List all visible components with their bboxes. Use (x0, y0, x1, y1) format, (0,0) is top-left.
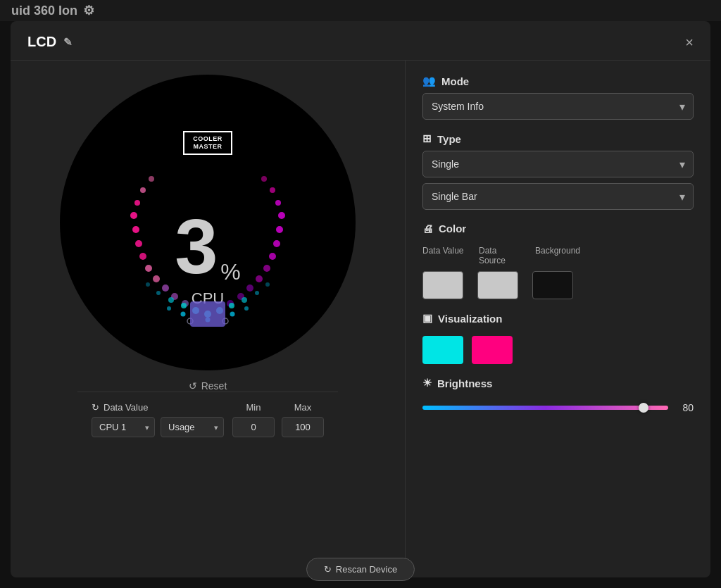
type-dropdown-wrapper[interactable]: Single Dual Triple (422, 151, 694, 177)
close-button[interactable]: × (685, 35, 694, 49)
min-label: Min (232, 402, 275, 413)
brightness-slider-wrap[interactable] (422, 406, 668, 410)
lcd-circle: COOLER MASTER 3 % CPU (60, 75, 356, 370)
svg-point-27 (229, 303, 234, 308)
svg-point-14 (273, 240, 280, 247)
type-sub-dropdown-wrapper[interactable]: Single Bar Dual Bar (422, 183, 694, 210)
cpu-value: 3 (175, 208, 218, 285)
svg-point-34 (265, 282, 270, 287)
left-panel: COOLER MASTER 3 % CPU ↺ Reset (11, 61, 405, 577)
svg-point-6 (162, 284, 169, 292)
logo-line2: MASTER (189, 143, 227, 151)
viz-section-header: ▣ Visualization (422, 312, 694, 325)
brightness-track (422, 406, 668, 410)
data-value-color-label: Data Value (422, 246, 465, 265)
svg-point-13 (276, 226, 283, 233)
mode-section-header: 👥 Mode (422, 75, 694, 87)
rescan-button[interactable]: ↻ Rescan Device (306, 558, 415, 581)
edit-icon[interactable]: ✎ (63, 36, 73, 49)
viz-color1-swatch[interactable] (422, 336, 463, 364)
svg-point-1 (132, 226, 139, 233)
background-color-swatch[interactable] (532, 271, 573, 299)
svg-point-22 (270, 187, 275, 193)
svg-point-2 (135, 240, 142, 247)
svg-point-38 (167, 306, 171, 311)
mode-icon: 👥 (422, 75, 436, 87)
data-value-row: CPU 1 Usage (92, 417, 224, 437)
lcd-bottom-bar (190, 301, 225, 327)
svg-point-28 (181, 303, 187, 308)
reset-icon: ↺ (189, 380, 197, 392)
data-value-color-swatch[interactable] (422, 271, 463, 299)
brightness-thumb[interactable] (639, 403, 648, 413)
rescan-bar: ↻ Rescan Device (141, 551, 580, 588)
viz-icon: ▣ (422, 312, 432, 325)
visualization-section: ▣ Visualization (422, 312, 694, 364)
svg-point-16 (263, 265, 270, 272)
svg-point-17 (256, 275, 263, 282)
color-section: 🖨 Color Data Value Data Source Backgroun… (422, 223, 694, 299)
viz-color2-swatch[interactable] (472, 336, 513, 364)
svg-point-32 (255, 291, 259, 295)
cpu-unit: % (220, 259, 240, 285)
reset-button[interactable]: ↺ Reset (189, 380, 227, 392)
dialog-header: LCD ✎ × (11, 21, 710, 61)
mode-select[interactable]: System Info Clock Media GPU Z Weather (422, 93, 694, 120)
cooler-logo: COOLER MASTER (183, 131, 232, 166)
brightness-row: 80 (422, 402, 694, 413)
type-section: ⊞ Type Single Dual Triple Single Bar Dua… (422, 132, 694, 210)
cpu-type-select-wrapper[interactable]: Usage (161, 417, 224, 437)
data-source-color-swatch[interactable] (477, 271, 518, 299)
type-select[interactable]: Single Dual Triple (422, 151, 694, 177)
color-label: Color (439, 223, 466, 234)
svg-point-11 (149, 176, 154, 182)
background-color-label: Background (535, 246, 577, 265)
svg-point-35 (181, 312, 186, 317)
right-panel: 👥 Mode System Info Clock Media GPU Z Wea… (405, 61, 710, 577)
svg-point-23 (261, 176, 267, 182)
svg-point-30 (242, 297, 247, 303)
cpu-source-select-wrapper[interactable]: CPU 1 (92, 417, 155, 437)
type-sub-select[interactable]: Single Bar Dual Bar (422, 183, 694, 210)
dialog-body: COOLER MASTER 3 % CPU ↺ Reset (11, 61, 710, 577)
viz-swatches (422, 336, 694, 364)
logo-text: COOLER MASTER (183, 131, 232, 155)
max-group: Max (282, 402, 324, 437)
color-labels-row: Data Value Data Source Background (422, 246, 694, 265)
svg-point-39 (244, 306, 249, 311)
reset-label: Reset (201, 380, 227, 392)
dialog-title-text: LCD (27, 34, 56, 50)
mode-dropdown-wrapper[interactable]: System Info Clock Media GPU Z Weather (422, 93, 694, 120)
data-source-color-label: Data Source (479, 246, 521, 265)
type-label: Type (437, 133, 461, 145)
lcd-dialog: LCD ✎ × (11, 21, 710, 577)
viz-label: Visualization (438, 313, 502, 325)
cpu-source-select[interactable]: CPU 1 (92, 417, 155, 437)
brightness-label: Brightness (437, 377, 492, 389)
type-icon: ⊞ (422, 132, 432, 145)
data-value-refresh-icon: ↻ (92, 402, 99, 413)
svg-point-21 (275, 200, 281, 206)
svg-point-33 (146, 282, 150, 287)
max-input[interactable] (282, 417, 324, 437)
settings-icon: ⚙ (83, 3, 94, 18)
mode-section: 👥 Mode System Info Clock Media GPU Z Wea… (422, 75, 694, 120)
data-value-label-row: ↻ Data Value (92, 402, 224, 413)
min-group: Min (232, 402, 275, 437)
brightness-section: ☀ Brightness 80 (422, 377, 694, 413)
rescan-icon: ↻ (324, 564, 332, 575)
data-value-section: ↻ Data Value CPU 1 Usage (92, 402, 224, 437)
svg-point-31 (156, 291, 161, 295)
rescan-label: Rescan Device (336, 564, 397, 575)
svg-point-15 (269, 253, 276, 260)
svg-point-29 (168, 297, 174, 303)
min-input[interactable] (232, 417, 275, 437)
svg-point-18 (246, 284, 253, 292)
svg-point-37 (230, 312, 235, 317)
type-section-header: ⊞ Type (422, 132, 694, 145)
brightness-value: 80 (677, 402, 694, 413)
cpu-type-select[interactable]: Usage (161, 417, 224, 437)
mode-label: Mode (441, 75, 469, 87)
color-swatches-row (422, 271, 694, 299)
bottom-controls: ↻ Data Value CPU 1 Usage (77, 392, 338, 449)
